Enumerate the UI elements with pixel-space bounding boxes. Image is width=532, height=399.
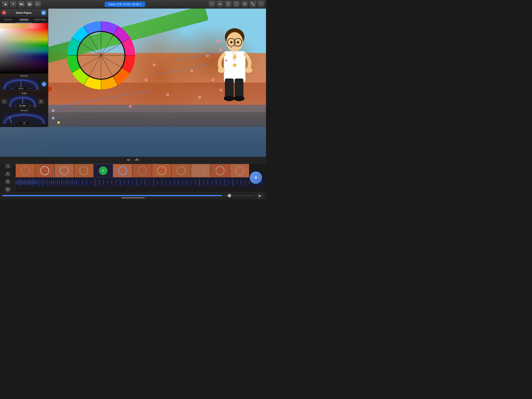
- svg-rect-185: [153, 179, 154, 186]
- svg-rect-204: [233, 179, 233, 186]
- tab-accent[interactable]: Accent: [0, 17, 16, 23]
- svg-rect-137: [26, 182, 26, 183]
- svg-rect-202: [224, 180, 225, 185]
- key-button[interactable]: [34, 1, 41, 8]
- control-point-13[interactable]: [129, 105, 132, 108]
- svg-rect-207: [245, 181, 246, 183]
- search-sidebar-button[interactable]: [4, 164, 11, 168]
- thumbnail-8[interactable]: [152, 164, 171, 178]
- thumbnail-11[interactable]: [210, 164, 230, 178]
- back-button[interactable]: ◀: [1, 1, 9, 8]
- svg-rect-175: [112, 180, 112, 185]
- waveform-row: // This will be static SVG bars: [16, 178, 266, 187]
- control-point-8[interactable]: [198, 96, 201, 99]
- svg-rect-165: [74, 181, 74, 184]
- color-picker[interactable]: [0, 29, 48, 73]
- angle-increase-button[interactable]: [38, 99, 44, 104]
- camera-button[interactable]: [26, 1, 33, 8]
- person-sidebar-button[interactable]: [4, 172, 11, 176]
- help-button[interactable]: ?: [257, 1, 265, 8]
- resize-button[interactable]: [233, 1, 240, 8]
- svg-text:0: 0: [4, 89, 5, 90]
- svg-rect-122: [210, 164, 229, 177]
- svg-rect-162: [68, 180, 68, 185]
- paste-button[interactable]: [225, 1, 232, 8]
- control-point-2[interactable]: [153, 64, 155, 66]
- control-point-4[interactable]: [190, 70, 193, 72]
- svg-rect-206: [241, 180, 241, 185]
- top-center: frame: 276, 27.50 / 28.30 s: [41, 1, 208, 7]
- svg-marker-1: [22, 3, 23, 6]
- volume-icon[interactable]: [127, 158, 131, 162]
- svg-rect-159: [62, 180, 62, 185]
- intensity-info-button[interactable]: i: [41, 82, 47, 87]
- control-point-5[interactable]: [206, 55, 209, 57]
- svg-rect-114: [133, 164, 152, 177]
- tab-motion-blur[interactable]: Motion Blur: [32, 17, 48, 23]
- thumbnail-active[interactable]: ✓: [94, 164, 113, 178]
- play-button[interactable]: ▶: [257, 192, 264, 199]
- undo-button[interactable]: ↩: [208, 1, 215, 8]
- svg-rect-166: [76, 180, 76, 185]
- control-point-blue-1[interactable]: [52, 109, 54, 112]
- svg-rect-124: [230, 164, 249, 177]
- control-point-11[interactable]: [225, 59, 227, 62]
- thumbnail-3[interactable]: [55, 164, 74, 178]
- svg-rect-167: [78, 181, 79, 183]
- control-point-12[interactable]: [217, 40, 219, 42]
- control-point-blue-2[interactable]: [52, 117, 54, 119]
- svg-rect-112: [113, 164, 132, 177]
- thumbnail-10[interactable]: [191, 164, 210, 178]
- control-point-6[interactable]: [212, 78, 214, 81]
- thumbnail-2[interactable]: [35, 164, 55, 178]
- panel-sync-button[interactable]: [41, 10, 46, 15]
- timer-sidebar-button[interactable]: [4, 180, 11, 184]
- svg-rect-184: [149, 181, 150, 183]
- svg-rect-186: [158, 180, 158, 184]
- cartoon-character: [211, 26, 258, 104]
- svg-rect-198: [208, 180, 208, 185]
- video-record-button[interactable]: [18, 1, 25, 8]
- svg-rect-192: [183, 181, 183, 184]
- angle-decrease-button[interactable]: [1, 99, 7, 104]
- add-button[interactable]: +: [10, 1, 17, 8]
- color-wheel-container: [64, 18, 138, 92]
- panel-close-button[interactable]: ✕: [2, 11, 6, 15]
- control-point-10[interactable]: [230, 46, 233, 48]
- thumbnail-4[interactable]: [74, 164, 94, 178]
- control-point-7[interactable]: [220, 89, 222, 91]
- tab-highlight[interactable]: Highlight: [16, 17, 32, 23]
- panel-header: ✕ Select Figure: [0, 9, 48, 17]
- progress-thumb[interactable]: [228, 194, 231, 197]
- thumbnail-7[interactable]: [133, 164, 152, 178]
- svg-rect-158: [59, 180, 60, 184]
- svg-rect-179: [128, 180, 129, 185]
- thumbnail-1[interactable]: [16, 164, 35, 178]
- add-media-button[interactable]: +: [250, 171, 262, 184]
- control-point-gold-1[interactable]: [57, 121, 60, 124]
- network-icon[interactable]: [135, 158, 139, 162]
- control-point-1[interactable]: [145, 78, 147, 81]
- audio-button[interactable]: [216, 1, 223, 8]
- svg-rect-199: [212, 181, 212, 183]
- tools-button[interactable]: 🔧: [249, 1, 256, 8]
- settings-button[interactable]: ⚙: [241, 1, 248, 8]
- svg-point-45: [234, 96, 245, 101]
- svg-rect-43: [235, 78, 243, 98]
- svg-rect-136: [25, 180, 25, 185]
- svg-rect-188: [166, 181, 166, 183]
- svg-text:50 %: 50 %: [19, 87, 23, 90]
- thumbnail-9[interactable]: [171, 164, 191, 178]
- thumbnail-12[interactable]: [230, 164, 249, 178]
- transform-sidebar-button[interactable]: [4, 187, 11, 192]
- svg-rect-116: [152, 164, 171, 177]
- control-point-9[interactable]: [220, 49, 222, 51]
- color-strip[interactable]: [0, 23, 48, 29]
- top-bar-left: ◀ +: [1, 1, 41, 8]
- control-point-3[interactable]: [166, 93, 169, 96]
- svg-rect-160: [63, 181, 64, 183]
- svg-rect-145: [34, 180, 35, 185]
- progress-track[interactable]: [2, 195, 255, 196]
- svg-rect-176: [116, 180, 116, 185]
- thumbnail-6[interactable]: [113, 164, 133, 178]
